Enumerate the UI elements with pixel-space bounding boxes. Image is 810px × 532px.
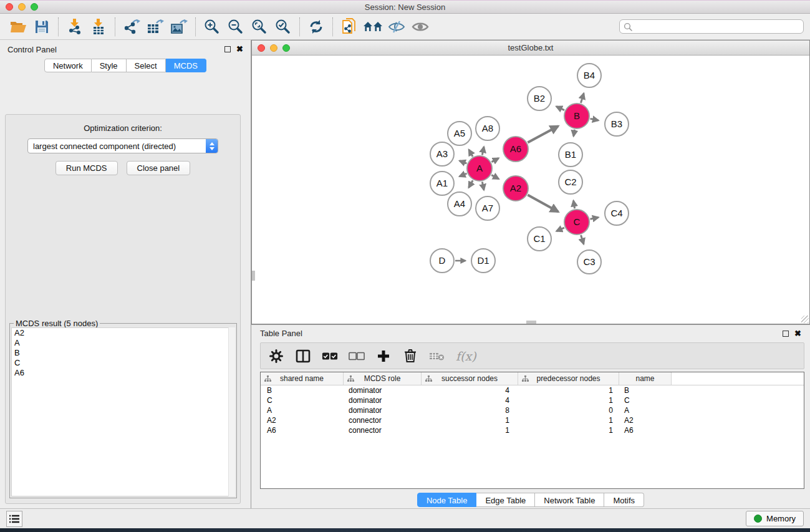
zoom-in-icon[interactable]	[201, 16, 223, 37]
result-list-item[interactable]: A	[12, 338, 234, 348]
tab-select[interactable]: Select	[127, 59, 166, 72]
zoom-check-icon[interactable]	[272, 16, 294, 37]
export-network-icon[interactable]	[121, 16, 142, 37]
edge-B-B3[interactable]	[591, 118, 599, 120]
node-D[interactable]: D	[430, 249, 454, 273]
save-icon[interactable]	[31, 16, 52, 37]
node-A3[interactable]: A3	[430, 142, 454, 166]
edge-A2-C[interactable]	[528, 195, 558, 212]
select-all-icon[interactable]	[322, 348, 338, 364]
network-vertical-scrollbar[interactable]	[252, 271, 255, 281]
edge-B-B1[interactable]	[574, 130, 575, 137]
memory-button[interactable]: Memory	[746, 511, 804, 526]
node-B2[interactable]: B2	[528, 87, 551, 110]
edge-A-A3[interactable]	[460, 161, 466, 163]
copy-network-icon[interactable]	[339, 16, 360, 37]
table-row[interactable]: A2connector11A2	[261, 415, 804, 425]
zoom-out-icon[interactable]	[225, 16, 246, 37]
edge-A-A7[interactable]	[482, 182, 484, 190]
edge-A-A5[interactable]	[469, 150, 473, 157]
trash-icon[interactable]	[402, 348, 418, 364]
result-list-item[interactable]: A2	[12, 328, 234, 338]
float-table-panel-icon[interactable]	[783, 331, 789, 337]
columns-icon[interactable]	[295, 348, 311, 364]
edge-A-A4[interactable]	[469, 180, 473, 188]
float-panel-icon[interactable]	[224, 46, 231, 52]
node-A4[interactable]: A4	[448, 192, 471, 216]
import-table-icon[interactable]	[88, 16, 109, 37]
table-row[interactable]: Adominator80A	[261, 405, 804, 415]
node-C[interactable]: C	[564, 210, 589, 235]
result-list-item[interactable]: B	[12, 348, 234, 358]
close-panel-button[interactable]: Close panel	[127, 161, 191, 175]
export-image-icon[interactable]	[168, 16, 190, 37]
zoom-fit-icon[interactable]	[249, 16, 270, 37]
column-header-shared-name[interactable]: shared name	[261, 372, 344, 385]
edge-A-A6[interactable]	[491, 158, 498, 162]
close-panel-icon[interactable]: ✖	[236, 46, 243, 52]
import-network-icon[interactable]	[64, 16, 85, 37]
edge-B-B2[interactable]	[556, 107, 564, 110]
table-row[interactable]: A6connector11A6	[261, 425, 804, 435]
node-C1[interactable]: C1	[528, 227, 551, 251]
node-A7[interactable]: A7	[476, 196, 499, 220]
column-header-mcds-role[interactable]: MCDS role	[344, 372, 422, 385]
result-list-item[interactable]: C	[12, 358, 234, 368]
column-header-successor-nodes[interactable]: successor nodes	[422, 372, 518, 385]
node-C4[interactable]: C4	[605, 201, 629, 225]
node-C2[interactable]: C2	[559, 170, 582, 194]
table-row[interactable]: Cdominator41C	[261, 395, 804, 405]
edge-B-B4[interactable]	[581, 94, 584, 103]
eye-slash-icon[interactable]	[386, 16, 407, 37]
tab-network[interactable]: Network	[44, 59, 92, 72]
node-A2[interactable]: A2	[503, 176, 528, 201]
tab-network-table[interactable]: Network Table	[535, 493, 604, 507]
search-input[interactable]	[635, 22, 799, 31]
refresh-icon[interactable]	[306, 16, 327, 37]
criterion-dropdown[interactable]: largest connected component (directed)	[27, 138, 218, 153]
resize-grip-icon[interactable]	[801, 316, 809, 323]
node-A1[interactable]: A1	[430, 172, 454, 195]
houses-icon[interactable]	[362, 16, 383, 37]
edge-C-C1[interactable]	[556, 228, 564, 231]
edge-A6-B[interactable]	[528, 126, 558, 142]
network-horizontal-scrollbar[interactable]	[526, 321, 536, 324]
node-D1[interactable]: D1	[471, 249, 495, 273]
network-window-titlebar[interactable]: testGlobe.txt	[252, 41, 809, 56]
network-canvas[interactable]: B4B2BB3A8A5A6B1A3AC2A1A2A4A7C4CC1DD1C3	[252, 56, 809, 324]
node-A8[interactable]: A8	[476, 117, 499, 140]
search-box[interactable]	[619, 19, 804, 34]
gear-icon[interactable]	[268, 348, 284, 364]
close-table-panel-icon[interactable]: ✖	[794, 331, 801, 337]
result-scrollbar[interactable]	[228, 327, 235, 496]
tab-motifs[interactable]: Motifs	[604, 493, 644, 507]
mcds-result-list[interactable]: A2ABCA6	[11, 327, 235, 496]
node-B1[interactable]: B1	[559, 143, 582, 167]
edge-A-A8[interactable]	[482, 147, 484, 155]
column-header-predecessor-nodes[interactable]: predecessor nodes	[518, 372, 619, 385]
tab-edge-table[interactable]: Edge Table	[476, 493, 535, 507]
edge-C-C2[interactable]	[574, 201, 575, 209]
export-table-icon[interactable]	[145, 16, 166, 37]
run-mcds-button[interactable]: Run MCDS	[55, 161, 118, 175]
edge-C-C3[interactable]	[581, 235, 584, 244]
tab-mcds[interactable]: MCDS	[166, 59, 206, 72]
task-history-button[interactable]	[6, 511, 22, 527]
node-A[interactable]: A	[467, 156, 492, 181]
node-A6[interactable]: A6	[503, 137, 528, 162]
table-row[interactable]: Bdominator41B	[261, 385, 804, 395]
plus-icon[interactable]	[375, 348, 392, 364]
edge-C-C4[interactable]	[590, 217, 598, 219]
edge-A-A2[interactable]	[491, 175, 499, 179]
column-header-name[interactable]: name	[619, 372, 672, 385]
tab-node-table[interactable]: Node Table	[417, 493, 477, 507]
eye-icon[interactable]	[410, 16, 431, 37]
tab-style[interactable]: Style	[92, 59, 127, 72]
table-body[interactable]: Bdominator41BCdominator41CAdominator80AA…	[261, 385, 804, 488]
edge-A-A1[interactable]	[460, 173, 467, 177]
folder-open-icon[interactable]	[7, 16, 29, 37]
node-C3[interactable]: C3	[577, 250, 601, 274]
node-A5[interactable]: A5	[448, 122, 471, 145]
result-list-item[interactable]: A6	[12, 368, 234, 378]
node-B3[interactable]: B3	[605, 112, 629, 136]
